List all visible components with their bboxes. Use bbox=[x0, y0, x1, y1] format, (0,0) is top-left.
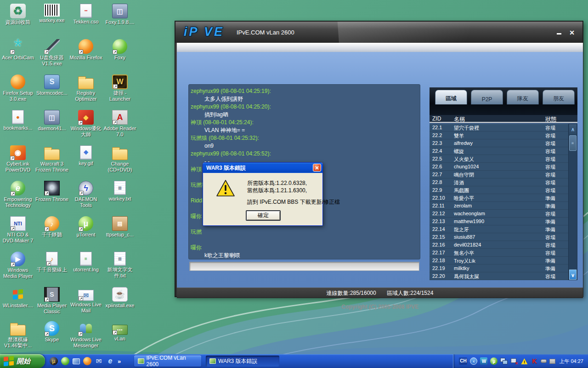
desktop-icon-stormcodec[interactable]: SStormcodec... bbox=[35, 75, 69, 96]
tray-collapse-icon[interactable]: ‹ bbox=[470, 357, 477, 365]
desktop-icon-mail[interactable]: ✉↗Windows Live Mail bbox=[69, 287, 103, 314]
desktop-icon-wmp[interactable]: ▶↗Windows Media Player bbox=[1, 252, 35, 279]
minimize-button[interactable] bbox=[555, 29, 563, 36]
desktop-icon-firefox[interactable]: ↗Mozilla Firefox bbox=[69, 39, 103, 61]
scroll-up-button[interactable]: ∧ bbox=[569, 124, 577, 134]
table-row[interactable]: 22.8清酒容場 bbox=[430, 178, 568, 186]
table-row[interactable]: 22.19milktky準備 bbox=[430, 264, 568, 272]
desktop-icon-folder[interactable]: Registry Optimizer bbox=[69, 75, 103, 102]
table-row[interactable]: 22.4螺旋容場 bbox=[430, 147, 568, 155]
desktop-icon-orbicam[interactable]: *↗Acer OrbiCam bbox=[1, 39, 35, 61]
tray-clock[interactable]: 上午 04:27 bbox=[559, 358, 583, 365]
table-row[interactable]: 22.18Troy乂Lik準備 bbox=[430, 257, 568, 264]
quicklaunch-mail-icon[interactable]: ✉ bbox=[95, 357, 103, 365]
table-row[interactable]: 22.13matthew1990準備 bbox=[430, 218, 568, 225]
icon-glyph: ▶ bbox=[16, 256, 21, 262]
tray-utorrent-icon[interactable]: µ bbox=[490, 357, 498, 365]
quicklaunch-firefox-icon[interactable] bbox=[83, 357, 91, 365]
table-row[interactable]: 22.17無名小卒容場 bbox=[430, 249, 568, 257]
tray-kaspersky-icon[interactable]: K bbox=[531, 357, 538, 365]
tab-區域[interactable]: 區域 bbox=[435, 90, 467, 104]
desktop-icon-barcode[interactable]: warkey.exe bbox=[35, 4, 69, 23]
desktop-icon-java[interactable]: ☕xpiinstall.exe bbox=[103, 287, 137, 309]
tab-隊友[interactable]: 隊友 bbox=[507, 90, 539, 104]
desktop-icon-firefox[interactable]: Firefox Setup 3.0.exe bbox=[1, 75, 35, 102]
desktop-icon-package[interactable]: ▤ttpsetup_c... bbox=[103, 216, 137, 238]
desktop-icon-utorrent[interactable]: µ↗µTorrent bbox=[69, 216, 103, 238]
scroll-down-button[interactable]: ∨ bbox=[569, 270, 577, 280]
table-row[interactable]: 22.16devil021824容場 bbox=[430, 241, 568, 249]
desktop-icon-installer[interactable]: ◫daemon41... bbox=[35, 110, 69, 132]
tray-w-icon[interactable]: W bbox=[480, 357, 487, 365]
tray-monitor-icon[interactable] bbox=[549, 359, 555, 364]
desktop-icon-image-doc[interactable]: ❖key.gif bbox=[69, 145, 103, 167]
tray-network-icon[interactable] bbox=[500, 357, 508, 365]
desktop-icon-notepad-doc[interactable]: ≣warkey.txt bbox=[103, 181, 137, 202]
tray-warning-icon[interactable] bbox=[520, 357, 528, 365]
start-label: 開始 bbox=[17, 357, 30, 366]
dialog-close-button[interactable]: ✕ bbox=[313, 164, 321, 172]
cell-zid: 22.20 bbox=[432, 273, 445, 279]
taskbar-button[interactable]: WAR3 版本錯誤 bbox=[206, 356, 279, 367]
desktop-icon-syringe[interactable]: ↗U盘免疫器 V1.5.exe bbox=[35, 39, 69, 67]
table-row[interactable]: 22.1望穴千袋裡容場 bbox=[430, 124, 568, 132]
tab-P2P[interactable]: P2P bbox=[471, 90, 503, 104]
desktop-icon-daemon[interactable]: ϟ↗DAEMON Tools bbox=[69, 181, 103, 208]
desktop-icon-installer[interactable]: ◫Foxy.1.9.8.... bbox=[103, 4, 137, 25]
table-row[interactable]: 22.20爲何我太屎容場 bbox=[430, 272, 568, 280]
quicklaunch-ie-icon[interactable]: e bbox=[106, 357, 114, 365]
desktop-icon-vlan[interactable]: ▪▪▪↗vLan bbox=[103, 321, 137, 342]
user-list-scrollbar[interactable]: ∧ ≡ ∨ bbox=[568, 124, 577, 280]
table-row[interactable]: 22.12wacheonglam容場 bbox=[430, 210, 568, 218]
desktop-icon-frozen-throne[interactable]: ↗Frozen Throne bbox=[35, 181, 69, 202]
table-row[interactable]: 22.7鳴自守閉容場 bbox=[430, 171, 568, 178]
desktop-icon-label: CyberLink PowerDVD bbox=[1, 161, 35, 173]
desktop-icon-colored-doc[interactable]: ▪▪Tekken.cso bbox=[69, 4, 103, 25]
cell-zid: 22.19 bbox=[432, 265, 445, 271]
desktop-icon-wow[interactable]: W↗捷徑 - Launcher bbox=[103, 75, 137, 102]
desktop-icon-foxy[interactable]: ↗Foxy bbox=[103, 39, 137, 61]
table-row[interactable]: 22.14龍之牙準備 bbox=[430, 225, 568, 233]
desktop-icon-ttplayer[interactable]: ♪↗千千靜聽 bbox=[35, 216, 69, 238]
desktop-icon-folder[interactable]: Change (CD+DVD) bbox=[103, 145, 137, 173]
table-row[interactable]: 22.6chung1024容場 bbox=[430, 163, 568, 171]
table-row[interactable]: 22.15siusiu887容場 bbox=[430, 233, 568, 241]
chat-input[interactable] bbox=[189, 262, 419, 271]
tray-network-x-icon[interactable] bbox=[510, 357, 518, 365]
desktop-icon-mpc[interactable]: S↗Media Player Classic bbox=[35, 287, 69, 315]
quicklaunch-show-desktop-icon[interactable] bbox=[73, 358, 80, 364]
table-row[interactable]: 22.10唯愛小平準備 bbox=[430, 194, 568, 202]
language-indicator[interactable]: CH bbox=[459, 357, 467, 365]
desktop-icon-folder[interactable]: Warcraft 3 Frozen Throne bbox=[35, 145, 69, 173]
ok-button[interactable]: 確定 bbox=[246, 210, 281, 221]
desktop-icon-winflag[interactable]: WLinstaller.... bbox=[1, 287, 35, 309]
quicklaunch-overflow-chevron[interactable]: » bbox=[118, 358, 121, 365]
desktop-icon-lng-doc[interactable]: ≡utorrent.lng bbox=[69, 252, 103, 273]
table-row[interactable]: 22.2雙羊容場 bbox=[430, 132, 568, 139]
desktop-icon-notepad-doc[interactable]: ≣新增文字文件.txt bbox=[103, 252, 137, 279]
desktop-icon-skype[interactable]: S↗Skype bbox=[35, 321, 69, 343]
ttplayer-icon: ♪↗ bbox=[45, 216, 59, 231]
desktop-icon-recycle-bin[interactable]: ♻資源回收筒 bbox=[1, 4, 35, 25]
desktop-icon-nti[interactable]: NTI↗NTI CD & DVD-Maker 7 bbox=[1, 216, 35, 244]
quicklaunch-foxy-icon[interactable] bbox=[61, 357, 69, 365]
desktop-icon-youhua[interactable]: ◆↗Windows優化大師 bbox=[69, 110, 103, 138]
desktop-icon-folder[interactable]: 楚漢棋緣 V1.46繫中... bbox=[1, 321, 35, 349]
desktop-icon-firefox-doc[interactable]: ●bookmarks... bbox=[1, 110, 35, 131]
close-button[interactable] bbox=[568, 29, 576, 36]
desktop-icon-msn[interactable]: ↗Windows Live Messenger bbox=[69, 321, 103, 349]
taskbar-button[interactable]: IPvE.COM vLan 2600 bbox=[134, 356, 201, 367]
desktop-icon-adobe[interactable]: A↗Adobe Reader 7.0 bbox=[103, 110, 137, 138]
desktop-icon-music-doc[interactable]: ♪↗千千音樂線上 bbox=[35, 252, 69, 273]
table-row[interactable]: 22.5乂火柴乂容場 bbox=[430, 155, 568, 163]
desktop-icon-powerdvd[interactable]: ◉↗CyberLink PowerDVD bbox=[1, 145, 35, 173]
quicklaunch-utorrent-icon[interactable]: µ bbox=[50, 357, 58, 365]
tray-plug-icon[interactable] bbox=[541, 359, 547, 363]
desktop-icon-empowering[interactable]: e↗Empowering Technology bbox=[1, 181, 35, 208]
tab-朋友[interactable]: 朋友 bbox=[543, 90, 575, 104]
table-row[interactable]: 22.9馬戲團容場 bbox=[430, 186, 568, 194]
table-row[interactable]: 22.3alfredwy容場 bbox=[430, 139, 568, 147]
scroll-thumb[interactable]: ≡ bbox=[569, 135, 577, 151]
start-button[interactable]: 開始 bbox=[0, 354, 45, 368]
table-row[interactable]: 22.11zerolam準備 bbox=[430, 202, 568, 210]
